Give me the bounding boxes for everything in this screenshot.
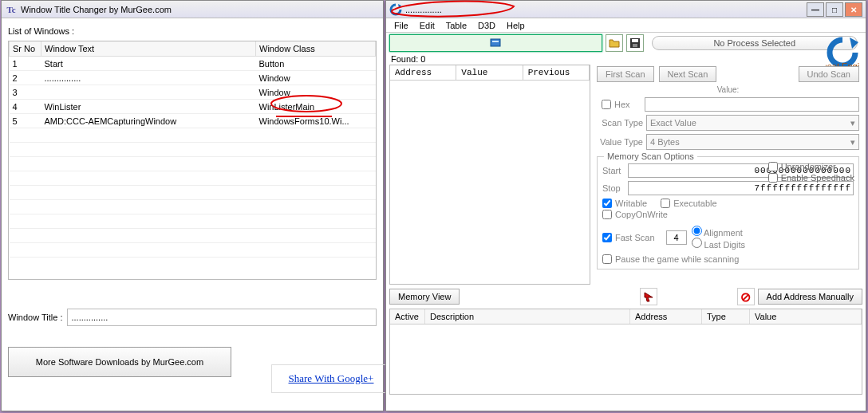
more-software-button[interactable]: More Software Downloads by MurGee.com xyxy=(8,347,231,377)
window-title-label: Window Title : xyxy=(8,313,62,322)
windows-table[interactable]: Sr No Window Text Window Class 1StartBut… xyxy=(8,41,377,280)
col-previous[interactable]: Previous xyxy=(523,65,590,80)
start-label: Start xyxy=(602,166,625,175)
stop-label: Stop xyxy=(602,183,625,193)
value-input[interactable] xyxy=(645,97,859,112)
col-window-text[interactable]: Window Text xyxy=(41,41,256,57)
cheat-engine-icon xyxy=(389,3,402,16)
svg-rect-1 xyxy=(492,41,499,42)
scantype-label: Scan Type xyxy=(597,118,643,128)
app-icon-tc: Tc xyxy=(5,3,18,16)
titlebar-right[interactable]: ............... — □ ✕ xyxy=(386,1,866,18)
valuetype-label: Value Type xyxy=(597,137,643,147)
select-process-button[interactable] xyxy=(389,34,602,52)
svg-rect-0 xyxy=(491,39,500,46)
unrandomizer-checkbox[interactable] xyxy=(768,162,778,171)
hex-label: Hex xyxy=(614,100,630,109)
left-body: List of Windows : Sr No Window Text Wind… xyxy=(2,18,383,382)
maximize-button[interactable]: □ xyxy=(826,2,843,17)
table-row[interactable]: 4WinListerWinListerMain xyxy=(10,100,376,114)
menubar: File Edit Table D3D Help xyxy=(386,18,866,33)
pause-checkbox[interactable] xyxy=(602,254,612,264)
share-google-link[interactable]: Share With Google+ xyxy=(289,372,374,385)
table-row[interactable]: 5AMD:CCC-AEMCapturingWindowWindowsForms1… xyxy=(10,114,376,128)
close-button[interactable]: ✕ xyxy=(845,2,862,17)
address-list[interactable]: Active Description Address Type Value xyxy=(389,309,862,395)
table-row[interactable]: 3Window xyxy=(10,85,376,100)
speedhack-checkbox[interactable] xyxy=(768,173,778,183)
memory-scan-title: Memory Scan Options xyxy=(604,151,697,161)
first-scan-button[interactable]: First Scan xyxy=(597,66,654,82)
open-file-button[interactable] xyxy=(606,34,623,52)
fastscan-input[interactable] xyxy=(666,230,687,245)
col-value[interactable]: Value xyxy=(456,65,523,80)
menu-table[interactable]: Table xyxy=(446,21,467,30)
copyonwrite-checkbox[interactable] xyxy=(602,210,612,219)
save-button[interactable] xyxy=(626,34,644,52)
share-google-panel[interactable]: Share With Google+ xyxy=(271,364,391,393)
scantype-select[interactable]: Exact Value▾ xyxy=(646,115,859,131)
menu-edit[interactable]: Edit xyxy=(420,21,435,30)
col-address[interactable]: Address xyxy=(390,65,456,80)
next-scan-button[interactable]: Next Scan xyxy=(659,66,717,82)
toolbar: No Process Selected xyxy=(386,33,866,53)
title-right: ............... xyxy=(405,5,442,14)
col-description[interactable]: Description xyxy=(425,309,630,324)
titlebar-left[interactable]: Tc Window Title Changer by MurGee.com xyxy=(2,1,383,18)
executable-checkbox[interactable] xyxy=(661,199,670,208)
svg-rect-3 xyxy=(632,39,638,42)
lastdigits-radio[interactable] xyxy=(692,238,702,248)
mid-row: Address Value Previous First Scan Next S… xyxy=(386,65,866,285)
menu-help[interactable]: Help xyxy=(507,21,525,30)
list-of-windows-label: List of Windows : xyxy=(8,26,377,36)
col-value2[interactable]: Value xyxy=(750,309,862,324)
undo-scan-button[interactable]: Undo Scan xyxy=(799,66,859,82)
window-title-input[interactable] xyxy=(67,309,377,326)
chevron-down-icon: ▾ xyxy=(850,137,855,148)
add-to-list-button[interactable] xyxy=(640,288,657,305)
table-row[interactable]: 1StartButton xyxy=(10,57,376,71)
valuetype-select[interactable]: 4 Bytes▾ xyxy=(646,134,859,150)
window-title-changer: Tc Window Title Changer by MurGee.com Li… xyxy=(1,0,384,411)
menu-file[interactable]: File xyxy=(394,21,408,30)
col-window-class[interactable]: Window Class xyxy=(256,41,376,57)
chevron-down-icon: ▾ xyxy=(850,118,855,128)
hex-checkbox[interactable] xyxy=(602,100,611,109)
col-srno[interactable]: Sr No xyxy=(10,41,41,57)
forbidden-icon: ⊘ xyxy=(740,289,751,305)
alignment-radio[interactable] xyxy=(692,226,702,236)
writable-checkbox[interactable] xyxy=(602,199,612,208)
scan-panel: First Scan Next Scan Undo Scan Value: He… xyxy=(594,65,862,285)
window-buttons: — □ ✕ xyxy=(807,2,862,17)
table-row[interactable]: 2...............Window xyxy=(10,71,376,85)
add-address-manually-button[interactable]: Add Address Manually xyxy=(758,289,862,305)
col-type[interactable]: Type xyxy=(702,309,750,324)
cheat-engine-window: ............... — □ ✕ File Edit Table D3… xyxy=(385,0,866,411)
found-label: Found: 0 xyxy=(386,53,866,65)
scan-results-list[interactable]: Address Value Previous xyxy=(389,65,590,285)
memory-view-button[interactable]: Memory View xyxy=(389,289,460,305)
extra-options: Unrandomizer Enable Speedhack xyxy=(768,160,854,184)
col-active[interactable]: Active xyxy=(390,309,425,324)
window-title-row: Window Title : xyxy=(8,309,377,326)
clear-list-button[interactable]: ⊘ xyxy=(737,288,755,305)
fastscan-checkbox[interactable] xyxy=(602,233,612,242)
title-left: Window Title Changer by MurGee.com xyxy=(21,5,172,14)
svg-rect-4 xyxy=(633,44,637,47)
minimize-button[interactable]: — xyxy=(807,2,824,17)
menu-d3d[interactable]: D3D xyxy=(478,21,495,30)
memory-row: Memory View ⊘ Add Address Manually xyxy=(389,288,862,305)
col-address2[interactable]: Address xyxy=(630,309,702,324)
value-label: Value: xyxy=(597,85,859,94)
